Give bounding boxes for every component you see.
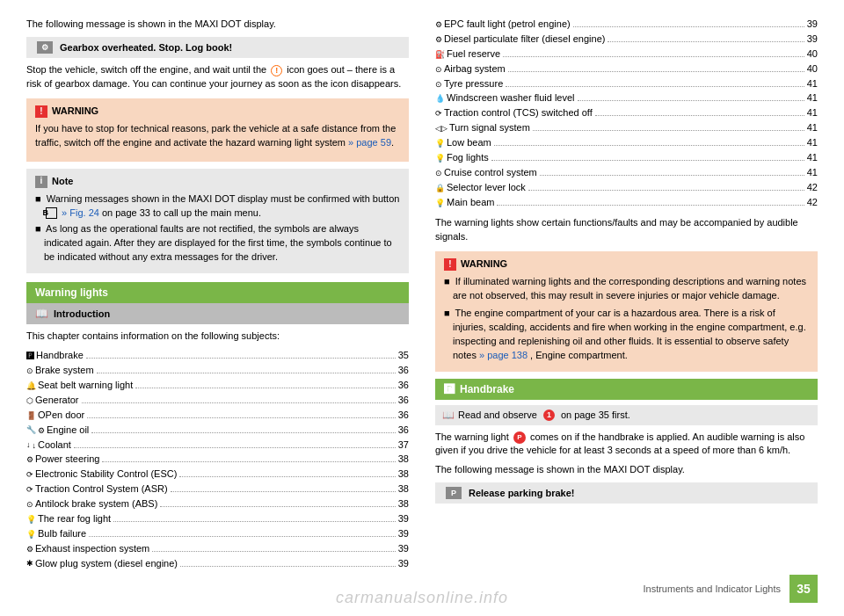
toc-item: ⟳Electronic Stability Control (ESC) 38 <box>26 467 409 481</box>
warning-intro: The warning lights show certain function… <box>435 216 818 244</box>
handbrake-section-icon: 🅿 <box>444 383 455 395</box>
intro-text: The following message is shown in the MA… <box>26 18 409 32</box>
toc-item: ⟳Traction control (TCS) switched off 41 <box>435 106 818 120</box>
toc-item: ↓↓Coolant 37 <box>26 438 409 452</box>
note-bullet2: ■ As long as the operational faults are … <box>35 222 400 265</box>
maxi-dot-text: The following message is shown in the MA… <box>435 463 818 477</box>
toc-item: 🔔Seat belt warning light 36 <box>26 379 409 392</box>
message-label: Gearbox overheated. Stop. Log book! <box>60 42 232 53</box>
right-warning-icon: ! <box>444 258 456 271</box>
warning-header: ! WARNING <box>35 105 400 119</box>
toc-item: ⊙Cruise control system 41 <box>435 166 818 179</box>
mainbeam-icon: 💡 <box>435 199 445 207</box>
read-observe-box: 📖 Read and observe 1 on page 35 first. <box>435 405 818 425</box>
right-warning-box: ! WARNING ■ If illuminated warning light… <box>435 251 818 372</box>
toc-item: 🔒Selector lever lock 42 <box>435 181 818 194</box>
toc-intro: This chapter contains information on the… <box>26 330 409 344</box>
washer-icon: 💧 <box>435 94 445 103</box>
toc-item: 🔧⚙Engine oil 36 <box>26 424 409 437</box>
warning-box: ! WARNING If you have to stop for techni… <box>26 98 409 162</box>
exhaust-icon: ⚙ <box>26 545 33 554</box>
selectorlock-icon: 🔒 <box>435 184 445 192</box>
warning-lights-header: Warning lights <box>26 282 409 303</box>
coolant-icon-2: ↓ <box>33 441 37 450</box>
bulb-icon: 💡 <box>26 530 36 539</box>
toc-item: ⊙Antilock brake system (ABS) 38 <box>26 497 409 511</box>
toc-item: ⊙Airbag system 40 <box>435 62 818 76</box>
toc-item: ◁▷Turn signal system 41 <box>435 121 818 134</box>
release-brake-box: P Release parking brake! <box>435 482 818 504</box>
stop-text: Stop the vehicle, switch off the engine,… <box>26 63 409 91</box>
toc-item: ⊙Tyre pressure 41 <box>435 77 818 91</box>
foglights-icon: 💡 <box>435 154 445 163</box>
release-brake-icon: P <box>446 487 462 499</box>
footer-page-number: 35 <box>789 575 818 603</box>
warning-link[interactable]: » page 59 <box>348 137 391 148</box>
toc-item: 💡Fog lights 41 <box>435 151 818 164</box>
airbag-icon: ⊙ <box>435 65 442 74</box>
handbrake-text: The warning light P comes on if the hand… <box>435 431 818 459</box>
note-icon: i <box>35 176 47 188</box>
tcs-icon: ⟳ <box>435 109 442 118</box>
toc-item: ⟳Traction Control System (ASR) 38 <box>26 482 409 496</box>
toc-list-right: ⚙EPC fault light (petrol engine) 39 ⚙Die… <box>435 18 818 209</box>
left-column: The following message is shown in the MA… <box>26 18 409 590</box>
toc-item: ⚙Diesel particulate filter (diesel engin… <box>435 33 818 46</box>
oil-icon: 🔧 <box>26 425 36 434</box>
toc-item: ⛽Fuel reserve 40 <box>435 47 818 61</box>
toc-item: ⚙Power steering 38 <box>26 453 409 466</box>
right-warning-link[interactable]: » page 138 <box>479 350 528 360</box>
fuel-icon: ⛽ <box>435 50 445 59</box>
brake-icon: ⊙ <box>26 366 33 375</box>
toc-item: ⚙Exhaust inspection system 39 <box>26 542 409 555</box>
toc-item: 💡Main beam 42 <box>435 196 818 209</box>
toc-item: 💡The rear fog light 39 <box>26 512 409 525</box>
warning-icon: ! <box>35 105 47 118</box>
toc-item: 🅿Handbrake 35 <box>26 349 409 362</box>
footer-text: Instruments and Indicator Lights <box>643 583 781 594</box>
generator-icon: ⬡ <box>26 396 33 405</box>
toc-item: 💡Low beam 41 <box>435 136 818 149</box>
note-fig-link[interactable]: » Fig. 24 <box>62 207 99 218</box>
toc-item: 💡Bulb failure 39 <box>26 527 409 540</box>
gearbox-icon: ⚙ <box>37 41 53 54</box>
handbrake-section-header: 🅿 Handbrake <box>435 379 818 400</box>
introduction-header: 📖 Introduction <box>26 303 409 324</box>
toc-item: 💧Windscreen washer fluid level 41 <box>435 91 818 105</box>
engine-icon: ! <box>271 65 282 76</box>
glow-icon: ✱ <box>26 559 33 568</box>
epc-icon: ⚙ <box>435 20 442 29</box>
steering-icon: ⚙ <box>26 455 33 464</box>
cruise-icon: ⊙ <box>435 169 442 178</box>
right-warning-header: ! WARNING <box>444 257 809 272</box>
foglight-icon: 💡 <box>26 515 36 524</box>
message-box: ⚙ Gearbox overheated. Stop. Log book! <box>26 37 409 58</box>
turnsignal-icon: ◁▷ <box>435 124 447 133</box>
toc-item: 🚪OPen door 36 <box>26 409 409 422</box>
watermark: carmanualsonline.info <box>336 589 508 607</box>
esc-icon: ⟳ <box>26 470 33 479</box>
book-icon: 📖 <box>35 308 48 320</box>
note-box: i Note ■ Warning messages shown in the M… <box>26 169 409 274</box>
right-warning-bullet2: ■ The engine compartment of your car is … <box>444 307 809 363</box>
toc-item: ⬡Generator 36 <box>26 394 409 407</box>
asr-icon: ⟳ <box>26 485 33 494</box>
handbrake-toc-icon: 🅿 <box>26 351 34 360</box>
toc-item: ⚙EPC fault light (petrol engine) 39 <box>435 18 818 31</box>
button-b: B <box>46 207 57 219</box>
right-column: ⚙EPC fault light (petrol engine) 39 ⚙Die… <box>435 18 818 590</box>
lowbeam-icon: 💡 <box>435 139 445 148</box>
door-icon: 🚪 <box>26 411 36 420</box>
abs-icon: ⊙ <box>26 500 33 509</box>
read-observe-number: 1 <box>543 409 555 421</box>
page-footer: Instruments and Indicator Lights 35 <box>643 575 818 603</box>
release-label: Release parking brake! <box>469 488 574 498</box>
toc-item: ✱Glow plug system (diesel engine) 39 <box>26 557 409 570</box>
coolant-icon-1: ↓ <box>26 440 31 449</box>
warning-text: If you have to stop for technical reason… <box>35 122 400 150</box>
dpf-icon: ⚙ <box>435 35 442 44</box>
tyre-icon: ⊙ <box>435 80 442 89</box>
note-header: i Note <box>35 175 400 189</box>
toc-list-left: 🅿Handbrake 35 ⊙Brake system 36 🔔Seat bel… <box>26 349 409 570</box>
right-warning-bullet1: ■ If illuminated warning lights and the … <box>444 275 809 303</box>
